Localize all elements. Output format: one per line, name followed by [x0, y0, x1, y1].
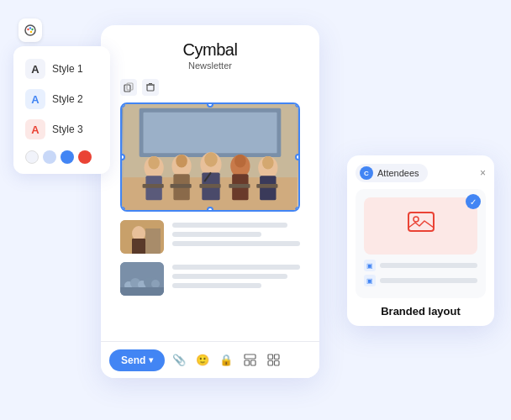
svg-rect-45: [145, 228, 161, 254]
content-line: [172, 223, 287, 228]
style-panel: A Style 1 A Style 2 A Style 3: [13, 46, 110, 174]
lock-icon[interactable]: 🔒: [217, 351, 235, 370]
svg-point-29: [204, 152, 218, 166]
svg-rect-52: [120, 287, 164, 296]
content-lines-1: [172, 220, 300, 246]
branded-main-image: [364, 197, 477, 255]
svg-rect-37: [143, 184, 164, 188]
content-lines-2: [172, 262, 300, 288]
svg-point-3: [31, 29, 33, 30]
layout-icon[interactable]: [240, 351, 259, 370]
svg-point-1: [27, 29, 29, 30]
branded-layout-card: C Attendees × ✓ ▣ ▣ Branded layout: [347, 155, 494, 326]
image-toolbar: [120, 76, 300, 96]
content-line: [172, 265, 300, 270]
svg-rect-58: [268, 361, 273, 366]
content-thumbnail-1: [120, 220, 164, 254]
attendees-tag-label: Attendees: [377, 168, 419, 178]
attachment-icon[interactable]: 📎: [170, 351, 188, 370]
svg-rect-53: [245, 354, 256, 359]
style-item-1[interactable]: A Style 1: [20, 55, 103, 83]
style-letter-1: A: [25, 59, 45, 79]
palette-icon[interactable]: [18, 18, 42, 42]
content-line: [172, 283, 261, 288]
style-label-2: Style 2: [52, 93, 83, 105]
swatch-blue[interactable]: [61, 150, 74, 164]
branded-line-2: [380, 278, 477, 283]
svg-point-61: [414, 217, 419, 222]
branded-line-1: [380, 263, 477, 268]
image-copy-icon[interactable]: [120, 79, 137, 96]
svg-rect-56: [268, 354, 273, 360]
branded-row-1: ▣: [364, 260, 477, 271]
newsletter-content: [120, 220, 300, 304]
style-label-1: Style 1: [52, 63, 83, 75]
svg-rect-38: [171, 184, 192, 188]
grid-layout-icon[interactable]: [264, 351, 282, 370]
style-letter-2: A: [25, 89, 45, 109]
style-label-3: Style 3: [52, 123, 83, 135]
svg-point-33: [234, 155, 246, 168]
selection-handle-tr[interactable]: [295, 102, 300, 108]
svg-rect-57: [274, 354, 279, 360]
swatch-lightblue[interactable]: [43, 150, 56, 164]
newsletter-header: Cymbal Newsletter: [183, 25, 238, 76]
svg-point-51: [151, 280, 160, 288]
style-item-3[interactable]: A Style 3: [20, 115, 103, 144]
svg-rect-55: [250, 360, 256, 365]
content-line: [172, 232, 261, 237]
content-thumbnail-2: [120, 262, 164, 296]
svg-point-26: [176, 155, 187, 168]
swatch-red[interactable]: [78, 150, 92, 164]
selection-handle-bm[interactable]: [207, 207, 213, 212]
svg-rect-59: [274, 361, 279, 366]
send-button[interactable]: Send ▾: [109, 349, 165, 371]
content-line: [172, 274, 287, 279]
branded-row-icon-2: ▣: [364, 275, 376, 286]
svg-rect-44: [132, 239, 145, 254]
newsletter-subtitle: Newsletter: [183, 60, 238, 71]
svg-rect-20: [144, 113, 277, 153]
newsletter-toolbar: Send ▾ 📎 🙂 🔒: [101, 341, 319, 378]
svg-point-2: [29, 27, 31, 29]
emoji-icon[interactable]: 🙂: [193, 351, 212, 370]
branded-layout-preview[interactable]: ✓ ▣ ▣: [356, 189, 486, 298]
newsletter-card: Cymbal Newsletter: [101, 25, 319, 378]
svg-rect-60: [408, 213, 434, 231]
selection-handle-rm[interactable]: [295, 154, 300, 160]
swatch-white[interactable]: [25, 150, 39, 164]
svg-rect-41: [256, 184, 277, 188]
style-letter-3: A: [25, 119, 45, 139]
send-dropdown-arrow: ▾: [149, 355, 153, 365]
attendees-tag[interactable]: C Attendees: [356, 164, 428, 182]
svg-rect-39: [199, 184, 220, 188]
image-delete-icon[interactable]: [142, 79, 159, 96]
svg-rect-40: [229, 184, 250, 188]
branded-close-button[interactable]: ×: [480, 167, 486, 179]
branded-check-icon: ✓: [466, 194, 481, 209]
svg-point-36: [262, 156, 274, 170]
cymbal-logo: Cymbal: [183, 40, 238, 60]
svg-point-23: [148, 156, 160, 170]
branded-row-icon-1: ▣: [364, 260, 376, 271]
selection-handle-br[interactable]: [295, 207, 300, 212]
svg-point-0: [25, 25, 35, 35]
branded-row-2: ▣: [364, 275, 477, 286]
branded-card-header: C Attendees ×: [356, 164, 486, 182]
content-line: [172, 241, 300, 246]
image-placeholder-icon: [408, 212, 435, 240]
branded-layout-title: Branded layout: [356, 305, 486, 318]
selection-handle-bl[interactable]: [120, 207, 125, 212]
color-swatches: [20, 150, 103, 164]
attendees-tag-icon: C: [360, 166, 373, 180]
newsletter-main-image[interactable]: [120, 102, 300, 212]
svg-rect-54: [245, 360, 250, 365]
svg-point-4: [30, 31, 32, 33]
content-row-1: [120, 220, 300, 254]
style-item-2[interactable]: A Style 2: [20, 85, 103, 113]
svg-rect-14: [147, 85, 154, 91]
content-row-2: [120, 262, 300, 296]
